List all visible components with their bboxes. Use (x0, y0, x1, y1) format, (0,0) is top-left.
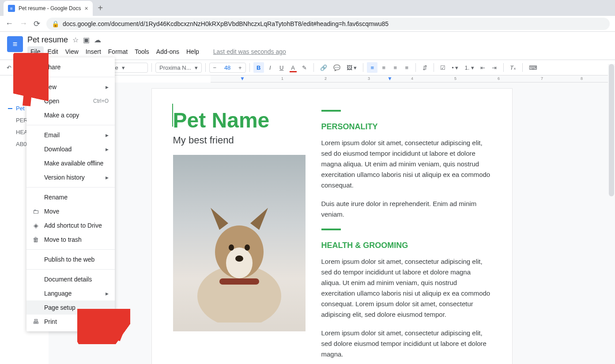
menu-item-details[interactable]: Document details (26, 272, 115, 286)
close-tab-icon[interactable]: × (84, 5, 88, 12)
text-color-button[interactable]: A (288, 62, 298, 73)
menu-item-share[interactable]: Share (26, 60, 115, 74)
bold-button[interactable]: B (253, 62, 264, 73)
new-tab-button[interactable]: + (93, 3, 109, 13)
menu-item-new[interactable]: New▸ (26, 80, 115, 94)
url-field[interactable]: 🔒 docs.google.com/document/d/1Ryd46Kcdbc… (46, 18, 610, 30)
menu-item-open[interactable]: OpenCtrl+O (26, 94, 115, 108)
menu-item-email[interactable]: Email▸ (26, 128, 115, 142)
page-canvas[interactable]: Pet Name My best friend (49, 83, 615, 364)
indent-marker-left[interactable]: ▼ (240, 75, 245, 82)
insert-link-button[interactable]: 🔗 (317, 62, 330, 73)
docs-header: ≡ Pet resume ☆ ▣ ☁ File Edit View Insert… (0, 32, 615, 57)
menu-item-version-history[interactable]: Version history▸ (26, 170, 115, 184)
horizontal-ruler[interactable]: ▼ ▼ 1 2 3 4 5 6 7 8 (211, 75, 615, 83)
bullet-list-button[interactable]: • ▾ (449, 62, 461, 73)
dog-illustration (191, 199, 288, 323)
align-left-button[interactable]: ≡ (367, 62, 377, 73)
align-right-button[interactable]: ≡ (390, 62, 400, 73)
section-heading[interactable]: PERSONALITY (321, 122, 491, 131)
forward-button[interactable]: → (19, 19, 27, 28)
menu-view[interactable]: View (62, 46, 82, 57)
vertical-scrollbar[interactable] (608, 64, 615, 364)
font-size-value[interactable]: 48 (220, 64, 235, 71)
font-size-minus[interactable]: − (210, 63, 220, 72)
dropdown-icon: ▾ (195, 64, 198, 71)
menu-help[interactable]: Help (183, 46, 202, 57)
trash-icon: 🗑 (32, 236, 40, 244)
indent-marker-right[interactable]: ▼ (387, 75, 392, 82)
insert-comment-button[interactable]: 💬 (331, 62, 343, 73)
menu-item-page-setup[interactable]: Page setup (26, 300, 115, 315)
pet-image[interactable] (173, 155, 306, 331)
align-justify-button[interactable]: ≡ (401, 62, 412, 73)
chevron-right-icon: ▸ (106, 131, 109, 139)
doc-subtitle[interactable]: My best friend (173, 135, 306, 146)
italic-button[interactable]: I (265, 62, 275, 73)
browser-tab[interactable]: ≡ Pet resume - Google Docs × (4, 1, 93, 16)
svg-rect-6 (219, 278, 259, 285)
menu-item-download[interactable]: Download▸ (26, 142, 115, 156)
menu-addons[interactable]: Add-ons (153, 46, 182, 57)
menu-tools[interactable]: Tools (132, 46, 152, 57)
insert-image-button[interactable]: 🖼 ▾ (344, 62, 360, 73)
menu-item-offline[interactable]: Make available offline (26, 156, 115, 170)
redo-button[interactable]: ↷ (15, 62, 26, 73)
font-size-plus[interactable]: + (235, 63, 245, 72)
body-paragraph[interactable]: Lorem ipsum dolor sit amet, consectetur … (321, 328, 491, 360)
checklist-button[interactable]: ☑ (438, 62, 448, 73)
menu-item-move[interactable]: 🗀Move (26, 204, 115, 218)
star-icon[interactable]: ☆ (72, 36, 79, 44)
chevron-right-icon: ▸ (106, 290, 109, 297)
menu-insert[interactable]: Insert (83, 46, 104, 57)
line-spacing-button[interactable]: ⇵ (419, 62, 430, 73)
document-page[interactable]: Pet Name My best friend (152, 89, 512, 364)
document-title[interactable]: Pet resume (27, 35, 68, 45)
menu-bar: File Edit View Insert Format Tools Add-o… (27, 46, 608, 57)
file-dropdown-menu: Share New▸ OpenCtrl+O Make a copy Email▸… (26, 57, 115, 331)
menu-item-trash[interactable]: 🗑Move to trash (26, 233, 115, 247)
menu-item-language[interactable]: Language▸ (26, 286, 115, 300)
indent-button[interactable]: ⇥ (489, 62, 500, 73)
reload-button[interactable]: ⟳ (34, 19, 40, 29)
menu-item-print[interactable]: 🖶Print (26, 315, 115, 329)
menu-edit[interactable]: Edit (45, 46, 61, 57)
body-paragraph[interactable]: Duis aute irure dolor in reprehenderit. … (321, 199, 491, 220)
body-paragraph[interactable]: Lorem ipsum dolor sit amet, consectetur … (321, 138, 491, 191)
align-center-button[interactable]: ≡ (378, 62, 389, 73)
menu-item-publish[interactable]: Publish to the web (26, 252, 115, 266)
lock-icon: 🔒 (52, 20, 59, 27)
underline-button[interactable]: U (276, 62, 287, 73)
dropdown-icon: ▾ (122, 64, 125, 71)
doc-heading-title[interactable]: Pet Name (173, 110, 306, 131)
undo-button[interactable]: ↶ (4, 62, 14, 73)
menu-item-make-copy[interactable]: Make a copy (26, 108, 115, 122)
body-paragraph[interactable]: Lorem ipsum dolor sit amet, consectetur … (321, 256, 491, 320)
browser-address-bar: ← → ⟳ 🔒 docs.google.com/document/d/1Ryd4… (0, 16, 615, 32)
menu-format[interactable]: Format (105, 46, 131, 57)
scrollbar-thumb[interactable] (609, 64, 614, 196)
menu-item-add-shortcut[interactable]: ◈Add shortcut to Drive (26, 218, 115, 233)
outdent-button[interactable]: ⇤ (478, 62, 488, 73)
menu-file[interactable]: File (27, 46, 44, 57)
back-button[interactable]: ← (5, 19, 13, 28)
move-folder-icon[interactable]: ▣ (83, 36, 90, 44)
section-heading[interactable]: HEALTH & GROOMING (321, 241, 491, 250)
url-text: docs.google.com/document/d/1Ryd46Kcdbcxz… (63, 20, 389, 27)
chevron-right-icon: ▸ (106, 83, 109, 90)
input-tools-button[interactable]: ⌨ (526, 62, 540, 73)
highlight-button[interactable]: ✎ (299, 62, 310, 73)
last-edit-link[interactable]: Last edit was seconds ago (210, 46, 289, 57)
svg-point-5 (235, 255, 243, 262)
drive-icon: ◈ (32, 221, 40, 229)
cloud-status-icon[interactable]: ☁ (94, 36, 101, 44)
docs-favicon: ≡ (8, 5, 15, 12)
clear-formatting-button[interactable]: Tₓ (507, 62, 519, 73)
font-family-select[interactable]: Proxima N... ▾ (155, 63, 202, 73)
font-size-control: − 48 + (209, 63, 246, 73)
menu-item-rename[interactable]: Rename (26, 190, 115, 204)
chevron-right-icon: ▸ (106, 146, 109, 153)
chevron-right-icon: ▸ (106, 174, 109, 181)
number-list-button[interactable]: 1. ▾ (462, 62, 477, 73)
docs-logo-icon[interactable]: ≡ (7, 36, 23, 52)
